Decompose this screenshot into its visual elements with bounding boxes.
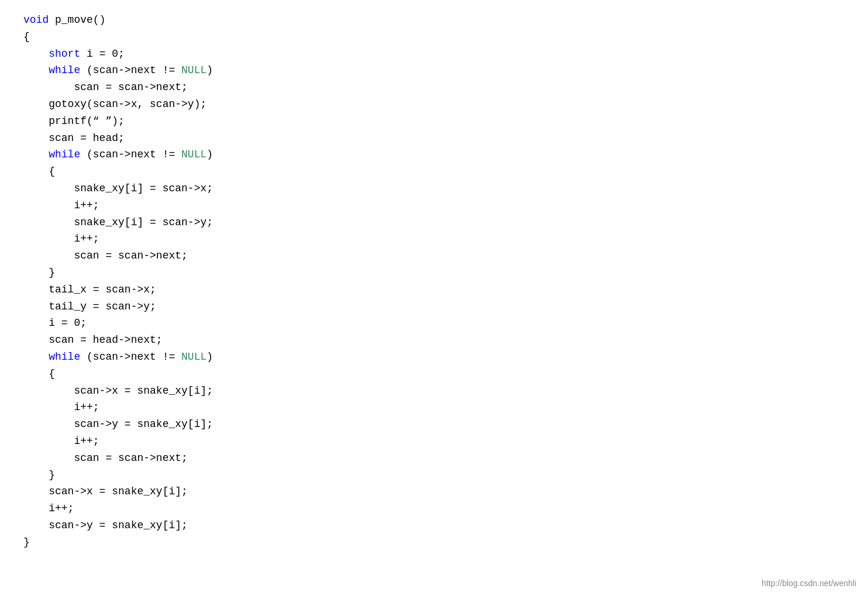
code-token: )	[206, 351, 213, 363]
code-line: while (scan->next != NULL)	[23, 146, 845, 163]
code-token: {	[23, 166, 55, 177]
code-token: i++;	[23, 199, 99, 211]
code-token: scan = scan->next;	[23, 81, 188, 93]
code-token: tail_x = scan->x;	[23, 284, 156, 295]
code-token: {	[23, 31, 30, 43]
code-line: while (scan->next != NULL)	[23, 349, 845, 366]
code-token: NULL	[181, 64, 206, 76]
code-token	[23, 149, 49, 160]
code-line: printf(“ ”);	[23, 113, 845, 130]
code-token: scan = scan->next;	[23, 452, 188, 464]
code-line: scan = head->next;	[23, 332, 845, 349]
code-line: scan = head;	[23, 130, 845, 147]
code-token: printf(“ ”);	[23, 115, 125, 127]
code-line: scan = scan->next;	[23, 247, 845, 264]
watermark: http://blog.csdn.net/wenhli	[762, 577, 856, 590]
code-line: while (scan->next != NULL)	[23, 62, 845, 79]
code-line: i++;	[23, 500, 845, 517]
code-token	[23, 48, 49, 60]
code-token: i++;	[23, 435, 99, 447]
code-token: scan->x = snake_xy[i];	[23, 385, 213, 397]
code-token: i++;	[23, 233, 99, 245]
code-display: void p_move(){ short i = 0; while (scan-…	[23, 12, 845, 551]
code-token: NULL	[181, 351, 206, 363]
code-token: void	[23, 14, 49, 26]
code-token: snake_xy[i] = scan->x;	[23, 183, 213, 194]
code-line: scan->x = snake_xy[i];	[23, 483, 845, 500]
code-token: while	[49, 64, 80, 76]
code-token: gotoxy(scan->x, scan->y);	[23, 98, 206, 110]
code-line: i = 0;	[23, 315, 845, 332]
code-line: scan->y = snake_xy[i];	[23, 517, 845, 534]
code-line: gotoxy(scan->x, scan->y);	[23, 96, 845, 113]
code-line: i++;	[23, 230, 845, 247]
code-token	[23, 64, 49, 76]
code-line: scan = scan->next;	[23, 450, 845, 467]
code-token: }	[23, 536, 30, 548]
code-token: i++;	[23, 401, 99, 413]
code-line: }	[23, 467, 845, 484]
code-token: i = 0;	[80, 48, 125, 60]
code-line: snake_xy[i] = scan->y;	[23, 214, 845, 231]
code-token: }	[23, 469, 55, 481]
code-token: (scan->next !=	[80, 351, 181, 363]
code-token: scan->y = snake_xy[i];	[23, 519, 188, 531]
code-line: i++;	[23, 399, 845, 416]
code-token: {	[23, 368, 55, 380]
code-token: p_move()	[49, 14, 105, 26]
code-token: scan = head->next;	[23, 334, 163, 346]
code-token: (scan->next !=	[80, 64, 181, 76]
code-token: }	[23, 267, 55, 278]
code-line: {	[23, 29, 845, 46]
code-line: {	[23, 163, 845, 180]
code-token: i++;	[23, 502, 74, 514]
code-line: short i = 0;	[23, 46, 845, 63]
code-token: snake_xy[i] = scan->y;	[23, 216, 213, 228]
code-line: }	[23, 264, 845, 281]
code-line: snake_xy[i] = scan->x;	[23, 180, 845, 197]
code-line: {	[23, 366, 845, 383]
code-token	[23, 351, 49, 363]
code-token: scan = head;	[23, 132, 125, 144]
code-token: )	[206, 149, 213, 160]
code-token: )	[206, 64, 213, 76]
code-token: while	[49, 149, 80, 160]
code-token: scan = scan->next;	[23, 250, 188, 261]
code-token: tail_y = scan->y;	[23, 301, 156, 312]
code-line: scan = scan->next;	[23, 79, 845, 96]
code-line: i++;	[23, 197, 845, 214]
code-token: scan->x = snake_xy[i];	[23, 486, 188, 497]
code-line: tail_x = scan->x;	[23, 281, 845, 298]
code-token: i = 0;	[23, 317, 87, 329]
code-token: (scan->next !=	[80, 149, 181, 160]
code-line: i++;	[23, 433, 845, 450]
code-token: NULL	[181, 149, 206, 160]
code-line: scan->y = snake_xy[i];	[23, 416, 845, 433]
code-token: scan->y = snake_xy[i];	[23, 418, 213, 430]
code-token: while	[49, 351, 80, 363]
code-line: tail_y = scan->y;	[23, 298, 845, 315]
code-line: scan->x = snake_xy[i];	[23, 383, 845, 400]
code-line: }	[23, 534, 845, 551]
code-token: short	[49, 48, 80, 60]
code-line: void p_move()	[23, 12, 845, 29]
